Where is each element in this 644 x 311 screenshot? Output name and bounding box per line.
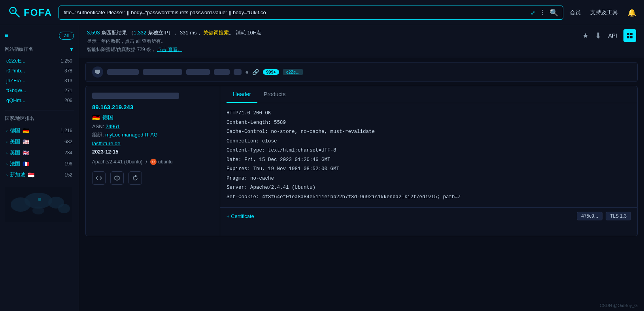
fingerprint-item-2[interactable]: jnZFiA... 313	[5, 76, 74, 85]
cert-tls-badge: TLS 1.3	[606, 212, 631, 220]
flag-us: 🇺🇸	[23, 138, 29, 145]
svg-rect-10	[627, 33, 629, 35]
tech-row: Apache/2.4.41 (Ubuntu) / U ubuntu	[92, 159, 213, 165]
expand-icon[interactable]: ⤢	[531, 9, 535, 16]
results-unique-ip-unit: 条独立IP	[148, 30, 168, 36]
results-total: 3,593	[87, 30, 100, 36]
nav-member[interactable]: 会员	[570, 9, 581, 16]
cert-hash-badge[interactable]: 475c9...	[577, 212, 602, 220]
cards-area: e 🔗 999+ c2Ze... 89.163.219.243 🇩🇪 德国 A	[79, 57, 644, 311]
os-tech: U ubuntu	[150, 159, 173, 165]
country-row: 🇩🇪 德国	[92, 114, 213, 121]
result-blurred-1	[107, 69, 139, 75]
flag-fr: 🇫🇷	[23, 161, 29, 167]
tag-c2ze[interactable]: c2Ze...	[283, 69, 303, 75]
world-map	[5, 187, 74, 224]
header-line-9: Set-Cookie: 4f8f64ef01ea8a84e5111e1bb22b…	[227, 193, 631, 202]
cert-row: + Certificate 475c9... TLS 1.3	[220, 207, 637, 224]
results-actions: ★ ⬇ API	[582, 29, 636, 42]
fingerprint-item-4[interactable]: gQHm... 206	[5, 95, 74, 105]
svg-line-1	[15, 13, 19, 17]
tech-divider: /	[145, 159, 147, 165]
results-unique-ip: 1,332	[134, 30, 147, 36]
detail-blurred-title	[92, 93, 179, 99]
server-tech: Apache/2.4.41 (Ubuntu)	[92, 159, 142, 165]
svg-rect-14	[95, 70, 100, 73]
header: FOFA ⤢ ⋮ 🔍 会员 支持及工具 🔔	[0, 0, 644, 25]
fingerprint-item-1[interactable]: i0Pmb... 378	[5, 66, 74, 76]
results-cost: 消耗 10F点	[236, 30, 261, 36]
nav-tools[interactable]: 支持及工具	[590, 9, 618, 16]
filter-icon[interactable]: ≡	[5, 32, 8, 39]
search-bar[interactable]: ⤢ ⋮ 🔍	[59, 6, 563, 20]
svg-rect-15	[96, 73, 99, 74]
tab-products[interactable]: Products	[257, 86, 292, 103]
badge-999: 999+	[263, 69, 279, 75]
result-blurred-2	[143, 69, 182, 75]
flag-gb: 🇬🇧	[23, 150, 29, 156]
results-main-line: 3,593 条匹配结果 （1,332 条独立IP）， 331 ms， 关键词搜索…	[87, 29, 261, 36]
tab-header[interactable]: Header	[227, 86, 257, 103]
cube-action-icon[interactable]	[110, 171, 124, 185]
org-row: 组织: myLoc managed IT AG	[92, 131, 213, 138]
asn-link[interactable]: 24961	[106, 123, 120, 129]
all-filter-badge[interactable]: all	[59, 32, 74, 40]
results-info: 3,593 条匹配结果 （1,332 条独立IP）， 331 ms， 关键词搜索…	[87, 29, 261, 53]
api-button[interactable]: API	[608, 32, 617, 39]
result-blurred-5	[234, 69, 242, 75]
org-link[interactable]: myLoc managed IT AG	[105, 132, 158, 138]
link-icon[interactable]: 🔗	[252, 69, 259, 75]
domain-link[interactable]: lastfuture.de	[92, 140, 213, 146]
fingerprint-list: c2ZeE... 1,250 i0Pmb... 378 jnZFiA... 31…	[5, 56, 74, 105]
detail-left-panel: 89.163.219.243 🇩🇪 德国 ASN: 24961 组织: myLo…	[86, 86, 220, 236]
country-item-1[interactable]: › 美国 🇺🇸 682	[5, 136, 74, 147]
fingerprint-filter-icon[interactable]: ▼	[69, 47, 74, 52]
results-honeypot: 智能排除蜜罐/仿真数据 729 条， 点击 查看。	[87, 46, 261, 53]
blurred-e-suffix: e	[246, 69, 248, 75]
results-time: 331	[180, 30, 189, 36]
country-item-4[interactable]: › 新加坡 🇸🇬 152	[5, 169, 74, 180]
apache-label: Apache/2.4.41 (Ubuntu)	[92, 159, 142, 165]
favorite-star-icon[interactable]: ★	[582, 31, 589, 40]
header-line-5: Date: Fri, 15 Dec 2023 01:20:46 GMT	[227, 156, 631, 165]
header-line-3: Connection: close	[227, 137, 631, 146]
svg-point-9	[38, 198, 41, 201]
download-icon[interactable]: ⬇	[595, 31, 602, 40]
search-submit-icon[interactable]: 🔍	[550, 8, 558, 17]
header-nav: 会员 支持及工具 🔔	[570, 8, 636, 17]
detail-country-name[interactable]: 德国	[102, 114, 113, 121]
fingerprint-item-0[interactable]: c2ZeE... 1,250	[5, 56, 74, 66]
grid-view-button[interactable]	[623, 29, 636, 42]
code-action-icon[interactable]	[92, 171, 106, 185]
main-layout: ≡ all 网站指纹排名 ▼ c2ZeE... 1,250 i0Pmb... 3…	[0, 25, 644, 311]
results-unit: 条匹配结果	[101, 30, 127, 36]
country-item-2[interactable]: › 英国 🇬🇧 234	[5, 147, 74, 158]
refresh-action-icon[interactable]	[128, 171, 142, 185]
notification-bell-icon[interactable]: 🔔	[627, 8, 636, 17]
cert-badges: 475c9... TLS 1.3	[577, 212, 631, 220]
results-keyword[interactable]: 关键词搜索	[203, 30, 229, 36]
search-input[interactable]	[64, 9, 527, 15]
result-avatar	[92, 66, 103, 78]
logo[interactable]: FOFA	[8, 6, 52, 20]
header-content: HTTP/1.0 200 OK Content-Length: 5589 Cac…	[220, 103, 637, 207]
search-icon-group: ⤢ ⋮ 🔍	[531, 8, 558, 17]
results-honeypot-link[interactable]: 点击 查看。	[157, 47, 182, 52]
svg-point-7	[58, 204, 70, 213]
country-item-3[interactable]: › 法国 🇫🇷 196	[5, 158, 74, 169]
country-arrow-2: ›	[6, 151, 8, 155]
svg-point-8	[32, 207, 44, 214]
asn-row: ASN: 24961	[92, 123, 213, 129]
country-item-0[interactable]: › 德国 🇩🇪 1,216	[5, 125, 74, 136]
certificate-link[interactable]: + Certificate	[227, 213, 254, 219]
fingerprint-item-3[interactable]: fGbqW... 271	[5, 85, 74, 95]
header-line-4: Content-Type: text/html;charset=UTF-8	[227, 146, 631, 155]
country-arrow-4: ›	[6, 173, 8, 177]
flag-de: 🇩🇪	[23, 127, 29, 134]
ip-address[interactable]: 89.163.219.243	[92, 104, 213, 110]
tabs-row: Header Products	[220, 86, 637, 103]
more-icon[interactable]: ⋮	[539, 9, 546, 16]
fingerprint-section-title: 网站指纹排名 ▼	[5, 46, 74, 53]
results-sub1: 显示一年内数据，点击 all 查看所有。	[87, 38, 261, 45]
top-result-row: e 🔗 999+ c2Ze...	[85, 62, 638, 82]
